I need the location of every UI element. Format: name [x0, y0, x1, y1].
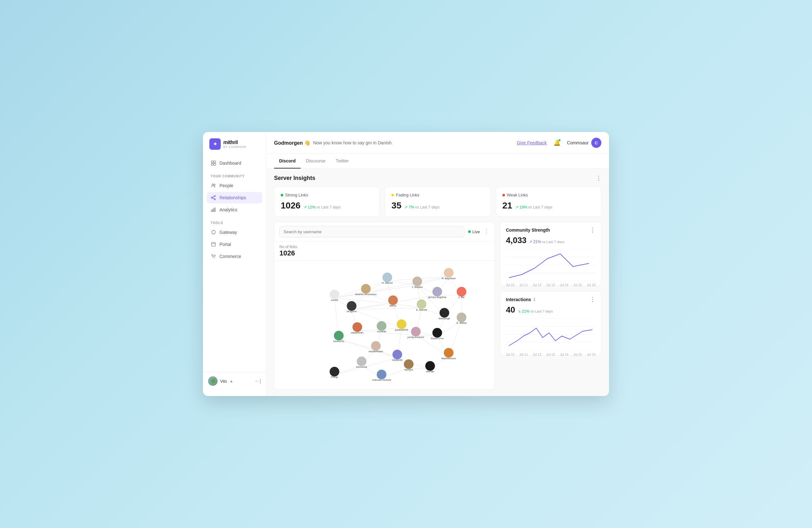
node-ksports[interactable]: [346, 301, 357, 311]
notification-dot: [558, 139, 561, 142]
greeting-emoji: 👋: [304, 140, 310, 146]
node-mbash[interactable]: [352, 322, 362, 332]
notification-button[interactable]: 🔔: [552, 138, 562, 148]
header-actions: Give Feedback 🔔 Commsaur C: [517, 138, 601, 148]
node-jbayliss[interactable]: [412, 276, 422, 287]
main-content: Godmorgen 👋 Now you know how to say gm i…: [266, 132, 609, 396]
community-strength-more[interactable]: ⋮: [590, 227, 595, 233]
community-strength-title: Community Strength ⋮: [506, 227, 595, 233]
greeting-subtitle: Now you know how to say gm in Danish.: [313, 140, 393, 145]
tab-twitter[interactable]: Twitter: [331, 154, 354, 169]
section-title: Server Insights ⋮: [274, 175, 601, 182]
node-teamjorge[interactable]: [439, 308, 449, 318]
community-strength-card: Community Strength ⋮ 4,033 ↗ 21% vs Last…: [500, 222, 601, 286]
search-input[interactable]: [279, 226, 464, 237]
chart-x-labels: Jul 10 Jul 11 Jul 12 Jul 13 Jul 14 Jul 1…: [506, 283, 595, 287]
share-icon: [211, 195, 216, 201]
graph-stats: No of links 1026: [274, 241, 494, 261]
svg-text:ttkkoo: ttkkoo: [390, 304, 396, 307]
svg-text:teamjorge: teamjorge: [439, 317, 450, 320]
node-jbar2[interactable]: [456, 287, 467, 297]
greeting-word: Godmorgen: [274, 140, 303, 146]
svg-rect-0: [211, 161, 213, 163]
sidebar-item-gateway[interactable]: Gateway: [207, 227, 262, 238]
svg-line-65: [339, 340, 397, 358]
dot-red: [503, 194, 505, 196]
node-davidjo[interactable]: [425, 361, 435, 371]
node-ebarrett[interactable]: [417, 299, 426, 309]
sidebar-item-commerce[interactable]: Commerce: [207, 251, 262, 262]
node-harry[interactable]: [404, 359, 414, 369]
community-strength-value: 4,033 ↗ 21% vs Last 7 days: [506, 236, 595, 245]
node-znmead[interactable]: [377, 321, 387, 331]
svg-text:davidjo: davidjo: [426, 370, 434, 373]
feedback-link[interactable]: Give Feedback: [517, 140, 547, 145]
content-area: Server Insights ⋮ Strong Links 1026: [266, 169, 609, 396]
node-gbailey[interactable]: [456, 312, 467, 323]
interactions-more[interactable]: ⋮: [590, 297, 595, 302]
sidebar-item-dashboard[interactable]: Dashboard: [207, 157, 262, 169]
node-pinup[interactable]: [329, 367, 339, 377]
interactions-card: Interactions ℹ ⋮ 40 ↘ 21% vs Last 7 days: [500, 291, 601, 356]
sidebar-item-relationships[interactable]: Relationships: [207, 192, 262, 203]
svg-rect-1: [214, 161, 216, 163]
svg-line-64: [358, 331, 416, 336]
graph-more-button[interactable]: ⋮: [484, 229, 490, 234]
tab-discourse[interactable]: Discourse: [301, 154, 331, 169]
nav-section-tools: Gateway Portal: [203, 227, 266, 263]
user-menu-button[interactable]: Commsaur C: [567, 138, 601, 148]
more-options-button[interactable]: ⋮: [596, 175, 601, 181]
app-container: ✦ mithril BY COMMSOR Dashboard: [203, 132, 609, 396]
tab-discord[interactable]: Discord: [274, 154, 301, 169]
node-paulhall[interactable]: [396, 319, 407, 329]
node-elon[interactable]: [357, 356, 367, 367]
svg-line-30: [352, 304, 393, 309]
svg-rect-2: [211, 163, 213, 165]
svg-rect-10: [213, 209, 214, 212]
sidebar: ✦ mithril BY COMMSOR Dashboard: [203, 132, 266, 396]
sidebar-label-relationships: Relationships: [219, 195, 246, 200]
svg-text:R. Baynham: R. Baynham: [441, 277, 456, 280]
node-sleepertk[interactable]: [392, 349, 402, 359]
user-chip-avatar: C: [591, 138, 601, 148]
node-sunkill[interactable]: [329, 289, 339, 300]
node-ttkkoo[interactable]: [388, 295, 398, 305]
section-label-community: YOUR COMMUNITY: [203, 169, 266, 180]
svg-text:sleepertk: sleepertk: [392, 359, 403, 361]
collapse-sidebar-button[interactable]: ←|: [255, 378, 261, 384]
svg-text:MarkManson: MarkManson: [441, 357, 456, 360]
community-strength-chart: Jul 10 Jul 11 Jul 12 Jul 13 Jul 14 Jul 1…: [506, 249, 595, 281]
stats-row: Strong Links 1026 ↗ 12% vs Last 7 days: [274, 187, 601, 217]
node-hbarnet[interactable]: [382, 272, 392, 282]
content-inner: Server Insights ⋮ Strong Links 1026: [266, 169, 609, 396]
node-simeon[interactable]: [334, 331, 344, 341]
svg-text:Ibrahim Amoussou: Ibrahim Amoussou: [355, 293, 377, 296]
network-canvas: sunkill Ibrahim Amoussou H. Barnet: [274, 261, 494, 389]
node-elizabethlam[interactable]: [371, 341, 381, 351]
svg-rect-3: [214, 163, 216, 165]
node-purdy[interactable]: [411, 327, 421, 337]
current-user[interactable]: 🌿 Vilo ▲: [208, 376, 233, 386]
svg-line-62: [352, 308, 422, 310]
svg-point-15: [214, 258, 215, 258]
sidebar-item-analytics[interactable]: Analytics: [207, 204, 262, 215]
node-rbaynham[interactable]: [444, 268, 453, 278]
dot-green: [281, 194, 283, 196]
svg-text:sunkill: sunkill: [331, 299, 338, 301]
node-markmanson[interactable]: [444, 348, 453, 358]
svg-line-70: [335, 298, 393, 304]
node-volkman[interactable]: [377, 369, 387, 380]
node-grimes[interactable]: [432, 287, 442, 297]
svg-text:elizabethlam: elizabethlam: [368, 350, 383, 353]
svg-text:H. Barnet: H. Barnet: [382, 282, 393, 284]
node-rfox[interactable]: [432, 328, 442, 338]
logo-sub: BY COMMSOR: [223, 145, 246, 148]
node-ibrahim[interactable]: [361, 284, 371, 294]
sidebar-item-portal[interactable]: Portal: [207, 239, 262, 250]
sidebar-item-people[interactable]: People: [207, 180, 262, 191]
stat-change-weak: ↗ 19% vs Last 7 days: [516, 205, 553, 210]
network-nodes: sunkill Ibrahim Amoussou H. Barnet: [329, 268, 467, 381]
logo-area[interactable]: ✦ mithril BY COMMSOR: [203, 138, 266, 157]
square-icon: [211, 241, 216, 247]
interactions-value: 40 ↘ 21% vs Last 7 days: [506, 305, 595, 315]
